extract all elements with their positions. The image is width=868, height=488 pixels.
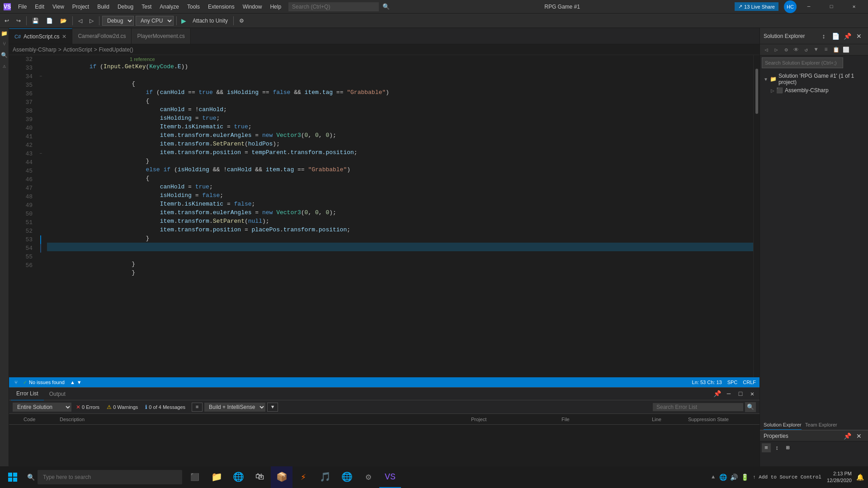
taskbar-battery-icon[interactable]: 🔋 (740, 473, 749, 482)
se-search-input[interactable] (762, 57, 843, 68)
user-avatar[interactable]: HC (784, 0, 797, 13)
gutter-43[interactable]: − (36, 150, 45, 158)
breadcrumb-actionscript[interactable]: ActionScript (63, 47, 92, 53)
no-issues-status[interactable]: ✓ No issues found (21, 377, 66, 387)
search-error-list-icon[interactable]: 🔍 (745, 402, 756, 412)
se-assembly-item[interactable]: ▷ ⬛ Assembly-CSharp (762, 86, 866, 94)
warnings-badge[interactable]: ⚠ 0 Warnings (104, 403, 141, 411)
props-group-btn[interactable]: ⊞ (783, 443, 793, 452)
solution-explorer-icon[interactable]: 📁 (1, 30, 8, 37)
col-line-header[interactable]: Line (652, 417, 688, 422)
col-code-header[interactable]: Code (24, 417, 60, 422)
nav-down-icon[interactable]: ▼ (77, 380, 82, 385)
taskbar-clock[interactable]: 2:13 PM 12/28/2020 (825, 470, 854, 484)
taskbar-app-8[interactable]: ⚙ (358, 466, 379, 488)
taskbar-show-hidden-icons[interactable]: ▲ (710, 474, 717, 480)
nav-controls[interactable]: ▲ ▼ (70, 380, 82, 385)
se-pending-btn[interactable]: 📋 (831, 45, 840, 54)
navigate-forward-button[interactable]: ▷ (87, 15, 96, 26)
taskbar-visual-studio[interactable]: VS (379, 466, 401, 488)
taskbar-network-icon[interactable]: 🌐 (718, 473, 727, 482)
props-sort-btn[interactable]: ↕ (773, 443, 782, 452)
maximize-button[interactable]: □ (821, 0, 842, 14)
attach-to-unity-button[interactable]: Attach to Unity (190, 15, 231, 26)
menu-file[interactable]: File (14, 3, 30, 11)
filter-button[interactable]: ≡ (192, 403, 203, 412)
taskbar-start-button[interactable] (0, 466, 25, 488)
save-button[interactable]: 💾 (29, 15, 42, 26)
menu-view[interactable]: View (49, 3, 68, 11)
taskbar-search-input[interactable] (38, 470, 182, 484)
error-list-search[interactable] (653, 403, 743, 411)
new-file-button[interactable]: 📄 (43, 15, 56, 26)
collapse-icon-43[interactable]: − (39, 151, 42, 156)
se-back-btn[interactable]: ◁ (762, 45, 771, 54)
messages-badge[interactable]: ℹ 0 of 4 Messages (142, 403, 188, 411)
props-pin-btn[interactable]: 📌 (842, 431, 853, 441)
se-solution-item[interactable]: ▼ 📁 Solution 'RPG Game #1' (1 of 1 proje… (762, 72, 866, 86)
redo-button[interactable]: ↪ (14, 15, 24, 26)
settings-button[interactable]: ⚙ (236, 15, 247, 26)
undo-button[interactable]: ↩ (2, 15, 12, 26)
source-control-icon[interactable]: ⑂ (1, 41, 8, 48)
taskbar-notifications-icon[interactable]: 🔔 (855, 473, 864, 482)
col-description-header[interactable]: Description (60, 417, 471, 422)
taskbar-app-5[interactable]: ⚡ (292, 466, 314, 488)
editor-scrollbar[interactable] (753, 55, 760, 377)
taskbar-edge[interactable]: 🌐 (227, 466, 249, 488)
se-open-editor-btn[interactable]: ⬜ (841, 45, 850, 54)
build-filter-dropdown[interactable]: Build + IntelliSense (204, 403, 265, 412)
se-filter-btn[interactable]: ≡ (821, 45, 830, 54)
se-tab-solution[interactable]: Solution Explorer (764, 420, 802, 430)
se-close-button[interactable]: ✕ (854, 31, 864, 42)
taskbar-search-container[interactable]: 🔍 (27, 470, 182, 484)
output-tab[interactable]: Output (44, 388, 71, 400)
gutter-34[interactable]: − (36, 72, 45, 81)
col-file-header[interactable]: File (561, 417, 652, 422)
menu-tools[interactable]: Tools (184, 3, 203, 11)
code-editor[interactable]: 32 33 34 35 36 37 38 39 40 41 42 43 44 4… (9, 55, 760, 377)
search-sidebar-icon[interactable]: 🔍 (1, 52, 8, 59)
menu-edit[interactable]: Edit (31, 3, 48, 11)
tab-close-actionscript[interactable]: ✕ (62, 33, 66, 40)
branch-status[interactable]: ⑂ (13, 377, 19, 387)
taskbar-file-explorer[interactable]: 📁 (206, 466, 227, 488)
col-project-header[interactable]: Project (471, 417, 561, 422)
panel-minimize-button[interactable]: ─ (723, 389, 734, 399)
scope-filter[interactable]: Entire Solution (13, 403, 71, 412)
scrollbar-thumb[interactable] (755, 69, 758, 114)
collapse-icon-34[interactable]: − (39, 74, 42, 79)
tab-camerafollow[interactable]: CameraFollow2d.cs (72, 28, 132, 44)
menu-window[interactable]: Window (239, 3, 266, 11)
errors-badge[interactable]: ✕ 0 Errors (73, 403, 102, 411)
menu-build[interactable]: Build (94, 3, 113, 11)
live-share-button[interactable]: ↗ 13 Live Share (735, 2, 778, 11)
menu-extensions[interactable]: Extensions (204, 3, 238, 11)
add-to-source-control[interactable]: ↑ Add to Source Control (751, 474, 823, 480)
props-close-btn[interactable]: ✕ (854, 431, 864, 441)
code-lines[interactable]: 1 reference if (Input.GetKey(KeyCode.E))… (45, 55, 753, 377)
breadcrumb-assembly[interactable]: Assembly-CSharp (13, 47, 57, 53)
se-forward-btn[interactable]: ▷ (772, 45, 781, 54)
open-file-button[interactable]: 📂 (57, 15, 70, 26)
error-list-tab[interactable]: Error List (11, 388, 44, 400)
panel-maximize-button[interactable]: □ (735, 389, 746, 399)
se-tab-team[interactable]: Team Explorer (805, 420, 837, 430)
menu-debug[interactable]: Debug (114, 3, 137, 11)
menu-test[interactable]: Test (138, 3, 155, 11)
se-sync-button[interactable]: ↕ (818, 31, 829, 42)
minimize-button[interactable]: ─ (798, 0, 819, 14)
taskbar-app-4[interactable]: 📦 (271, 466, 292, 488)
platform-dropdown[interactable]: Any CPU (136, 16, 174, 26)
se-collapse-btn[interactable]: ▼ (811, 45, 821, 54)
search-icon[interactable]: 🔍 (382, 3, 390, 10)
tab-actionscript[interactable]: C# ActionScript.cs ✕ (9, 28, 72, 44)
menu-analyze[interactable]: Analyze (156, 3, 183, 11)
panel-pin-button[interactable]: 📌 (712, 389, 722, 399)
nav-up-icon[interactable]: ▲ (70, 380, 75, 385)
play-button[interactable]: ▶ (179, 17, 188, 24)
taskbar-volume-icon[interactable]: 🔊 (729, 473, 738, 482)
col-suppression-header[interactable]: Suppression State (688, 417, 756, 422)
se-properties-btn[interactable]: ⚙ (782, 45, 791, 54)
se-show-all-btn[interactable]: 👁 (792, 45, 801, 54)
